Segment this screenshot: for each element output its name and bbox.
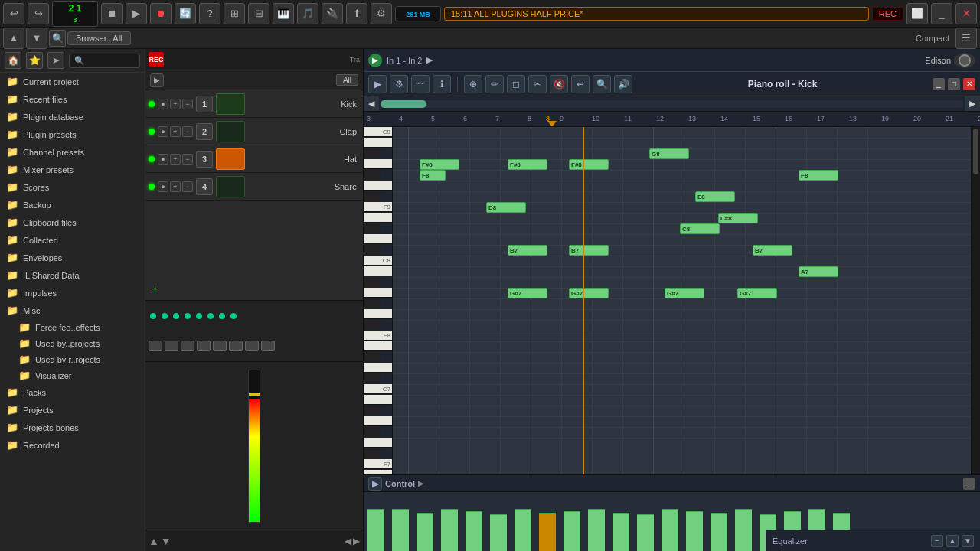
seq-all-btn[interactable]: All	[336, 74, 358, 86]
sidebar-item-6[interactable]: 📁 Scores	[0, 178, 145, 196]
piano-key-A#7[interactable]	[364, 406, 381, 416]
piano-key-A9[interactable]	[364, 159, 392, 169]
sidebar-item-8[interactable]: 📁 Clipboard files	[0, 214, 145, 231]
pad-1[interactable]	[216, 121, 245, 142]
note-7[interactable]: B7	[569, 245, 609, 256]
piano-key-B8[interactable]	[364, 266, 392, 276]
sidebar-item-19[interactable]: 📁 Projects	[0, 401, 145, 419]
pr-play-btn[interactable]: ▶	[368, 75, 387, 93]
note-9[interactable]: G8	[649, 148, 689, 159]
sidebar-item-5[interactable]: 📁 Mixer presets	[0, 161, 145, 178]
sidebar-item-18[interactable]: 📁 Packs	[0, 383, 145, 401]
piano-key-D9[interactable]	[364, 234, 392, 244]
vol-slider-handle[interactable]	[249, 393, 260, 396]
seq-add-btn[interactable]: +	[145, 279, 363, 300]
edison-knob[interactable]	[954, 53, 975, 68]
piano-key-C#9[interactable]	[364, 245, 381, 255]
piano-key-C#8[interactable]	[364, 373, 381, 383]
channel-btn[interactable]: ⊟	[248, 3, 270, 24]
sidebar-item-4[interactable]: 📁 Channel presets	[0, 143, 145, 161]
search-icon-btn[interactable]: 🔍	[49, 30, 66, 47]
piano-key-F9[interactable]: F9	[364, 202, 392, 212]
sidebar-item-3[interactable]: 📁 Plugin presets	[0, 126, 145, 143]
note-10[interactable]: E8	[695, 191, 735, 202]
sidebar-item-20[interactable]: 📁 Projects bones	[0, 419, 145, 436]
piano-key-A7[interactable]	[364, 416, 392, 426]
piano-key-B9[interactable]	[364, 138, 392, 148]
piano-key-E7[interactable]	[364, 470, 392, 474]
note-15[interactable]: B7	[753, 245, 792, 256]
nav-left-btn[interactable]: ◀	[345, 536, 351, 546]
redo-btn[interactable]: ↪	[28, 3, 49, 24]
pr-speaker-btn[interactable]: 🔊	[614, 75, 632, 93]
piano-key-D#8[interactable]	[364, 352, 381, 362]
pr-magnet-btn[interactable]: ⚙	[390, 75, 408, 93]
piano-key-G#9[interactable]	[364, 170, 381, 180]
vel-bar-14[interactable]	[710, 513, 727, 551]
nav-down-btn[interactable]: ▼	[161, 535, 172, 547]
piano-key-C9[interactable]: C9	[364, 127, 392, 137]
note-14[interactable]: C#8	[718, 213, 758, 223]
pr-wave-btn[interactable]: 〰	[411, 75, 430, 93]
eq-down-btn[interactable]: ▼	[962, 535, 974, 547]
seq-btn-c-3[interactable]: −	[182, 181, 193, 192]
rec-btn[interactable]: ⏺	[150, 3, 172, 24]
vel-bar-8[interactable]	[564, 511, 580, 551]
io-arrow-btn[interactable]: ▶	[368, 54, 382, 67]
vel-bar-15[interactable]	[735, 509, 752, 551]
vel-bar-9[interactable]	[588, 509, 605, 551]
piano-key-G7[interactable]	[364, 438, 392, 448]
note-17[interactable]: A7	[799, 266, 838, 277]
eq-up-btn[interactable]: ▲	[946, 535, 959, 547]
fader-knob-1[interactable]	[149, 341, 162, 351]
pr-scroll-thumb[interactable]	[381, 100, 426, 108]
piano-key-D8[interactable]	[364, 363, 392, 373]
nav-up-btn[interactable]: ▲	[149, 535, 159, 547]
piano-key-G#7[interactable]	[364, 427, 381, 437]
sidebar-item-1[interactable]: 📁 Recent files	[0, 90, 145, 108]
maximize-btn[interactable]: ⬜	[906, 3, 928, 24]
loop-btn[interactable]: 🔄	[175, 3, 196, 24]
vel-bar-2[interactable]	[416, 513, 433, 551]
fader-knob-8[interactable]	[261, 341, 275, 351]
note-8[interactable]: G#7	[569, 288, 609, 298]
note-grid[interactable]: F#8F8D8F#8B7G#7F#8B7G#7G8E8C8G#7G#7C#8B7…	[393, 127, 971, 474]
sidebar-item-11[interactable]: 📁 IL Shared Data	[0, 266, 145, 284]
sidebar-item-12[interactable]: 📁 Impulses	[0, 284, 145, 302]
view-toggle-btn[interactable]: ☰	[956, 28, 977, 49]
piano-key-F#7[interactable]	[364, 448, 381, 458]
browser-all-btn[interactable]: Browser.. All	[67, 31, 131, 45]
v-scrollbar[interactable]	[971, 127, 980, 474]
pr-mute-btn[interactable]: 🔇	[550, 75, 568, 93]
note-5[interactable]: G#7	[508, 288, 547, 298]
seq-play-btn[interactable]: ▶	[150, 73, 164, 87]
vel-bar-1[interactable]	[392, 509, 409, 551]
pr-quantize-btn[interactable]: ↩	[571, 75, 590, 93]
fader-knob-2[interactable]	[165, 341, 178, 351]
sidebar-home-btn[interactable]: 🏠	[5, 52, 21, 69]
undo-btn[interactable]: ↩	[3, 3, 24, 24]
vel-bar-11[interactable]	[637, 514, 654, 551]
seq-btn-a-0[interactable]: ●	[158, 99, 168, 109]
note-2[interactable]: D8	[486, 202, 526, 213]
control-minimize-btn[interactable]: _	[963, 478, 975, 490]
pr-select-btn[interactable]: ⊕	[464, 75, 482, 93]
seq-btn-b-0[interactable]: +	[170, 99, 181, 109]
note-12[interactable]: G#7	[665, 288, 704, 298]
piano-key-G#8[interactable]	[364, 298, 381, 308]
sidebar-item-14[interactable]: 📁 Force fee..effects	[0, 319, 145, 335]
seq-btn-b-1[interactable]: +	[170, 126, 181, 137]
play-btn[interactable]: ▶	[126, 3, 147, 24]
piano-key-A#9[interactable]	[364, 148, 381, 158]
piano-key-F#8[interactable]	[364, 320, 381, 330]
sidebar-item-16[interactable]: 📁 Used by r..rojects	[0, 351, 145, 367]
vel-bar-12[interactable]	[662, 509, 678, 551]
fader-knob-6[interactable]	[229, 341, 243, 351]
vel-bar-0[interactable]	[368, 509, 384, 551]
vel-bar-10[interactable]	[612, 513, 629, 551]
pr-info-btn[interactable]: ℹ	[433, 75, 451, 93]
note-16[interactable]: F8	[799, 170, 838, 181]
piano-key-A#8[interactable]	[364, 277, 381, 287]
piano-key-D#9[interactable]	[364, 223, 381, 233]
seq-btn-a-3[interactable]: ●	[158, 181, 168, 192]
